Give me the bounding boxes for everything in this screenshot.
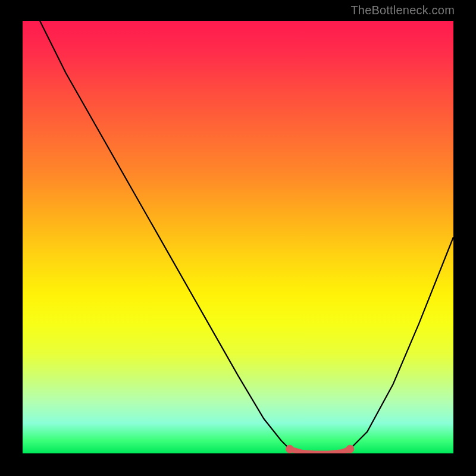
plot-area (23, 21, 453, 453)
watermark-text: TheBottleneck.com (350, 4, 455, 17)
flat-bottom-highlight (290, 449, 350, 453)
bottleneck-curve (40, 21, 453, 453)
marker-right (346, 445, 354, 453)
chart-svg (23, 21, 453, 453)
curve-group (40, 21, 453, 453)
highlight-group (286, 445, 354, 453)
marker-left (286, 445, 294, 453)
chart-frame: TheBottleneck.com (0, 0, 476, 476)
